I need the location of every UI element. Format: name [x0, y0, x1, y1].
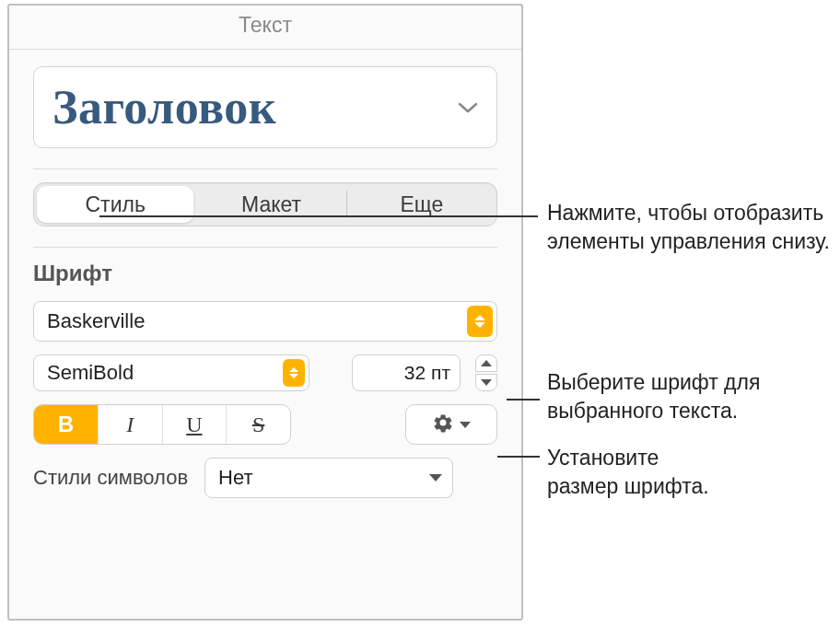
text-inspector-panel: Текст Заголовок Стиль Макет Еще Шрифт Ba…	[7, 4, 523, 621]
bold-button[interactable]: B	[34, 405, 99, 444]
font-family-value: Baskerville	[47, 309, 145, 333]
gear-icon	[432, 412, 454, 437]
callout-font: Выберите шрифт для выбранного текста.	[547, 368, 833, 425]
character-styles-value: Нет	[218, 466, 252, 490]
character-styles-popup[interactable]: Нет	[204, 458, 453, 498]
font-size-step-down[interactable]	[475, 374, 497, 391]
tab-more-label: Еще	[400, 192, 443, 217]
callout-size-line1: Установите	[547, 446, 659, 470]
paragraph-style-selector[interactable]: Заголовок	[33, 66, 497, 148]
tab-more[interactable]: Еще	[347, 183, 496, 226]
font-size-field[interactable]: 32 пт	[352, 354, 461, 391]
character-styles-label: Стили символов	[33, 466, 188, 490]
tab-style-label: Стиль	[86, 192, 146, 217]
font-size-stepper	[475, 354, 497, 391]
italic-button[interactable]: I	[99, 405, 163, 444]
tab-layout-label: Макет	[241, 192, 301, 217]
font-size-value: 32 пт	[360, 362, 450, 384]
tab-layout[interactable]: Макет	[196, 183, 345, 226]
divider	[33, 247, 497, 248]
popup-arrows-icon	[467, 306, 493, 337]
panel-title: Текст	[9, 6, 521, 50]
underline-glyph: U	[186, 412, 202, 437]
strike-glyph: S	[252, 412, 264, 437]
chevron-down-icon	[423, 462, 449, 493]
font-weight-popup[interactable]: SemiBold	[33, 354, 309, 391]
tab-style[interactable]: Стиль	[37, 186, 193, 223]
underline-button[interactable]: U	[163, 405, 228, 444]
tabs-segmented-control: Стиль Макет Еще	[33, 182, 497, 226]
paragraph-style-name: Заголовок	[52, 80, 276, 134]
callout-lead-line	[497, 456, 540, 458]
chevron-down-icon	[458, 101, 478, 114]
font-family-popup[interactable]: Baskerville	[33, 301, 497, 342]
divider	[33, 168, 497, 169]
callout-tabs: Нажмите, чтобы отобразить элементы управ…	[547, 199, 833, 256]
popup-arrows-icon	[283, 359, 305, 387]
callout-size-line2: размер шрифта.	[547, 474, 709, 498]
font-size-step-up[interactable]	[475, 354, 497, 372]
advanced-font-options-button[interactable]	[405, 404, 497, 445]
callout-lead-line	[99, 215, 538, 217]
callout-size: Установите размер шрифта.	[547, 444, 833, 501]
font-section-title: Шрифт	[33, 261, 497, 286]
chevron-down-icon	[460, 422, 471, 428]
callout-lead-line	[507, 399, 540, 401]
strikethrough-button[interactable]: S	[227, 405, 290, 444]
font-weight-value: SemiBold	[47, 361, 134, 385]
font-style-buttons: B I U S	[33, 404, 291, 445]
bold-glyph: B	[58, 412, 74, 437]
italic-glyph: I	[126, 412, 134, 437]
